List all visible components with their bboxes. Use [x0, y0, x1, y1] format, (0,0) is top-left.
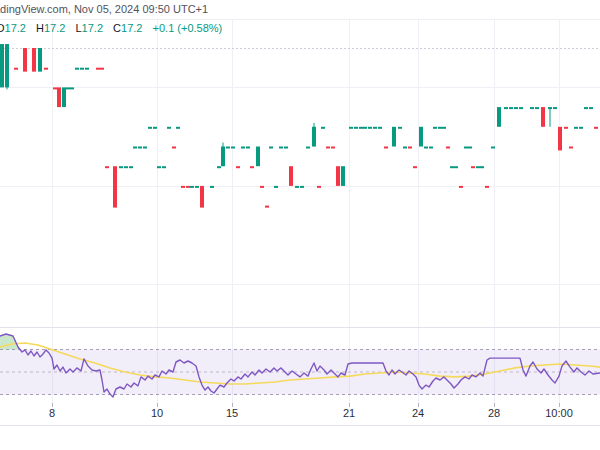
low-pair: L17.2: [75, 22, 103, 34]
candle-body: [341, 166, 345, 186]
candle-body: [413, 166, 417, 168]
grid-lines: [0, 20, 600, 404]
time-axis-label: 10: [151, 407, 163, 419]
candle-body: [464, 147, 468, 149]
candle-body: [584, 107, 588, 109]
candle-body: [231, 147, 235, 149]
candle-body: [363, 127, 367, 129]
candle-body: [186, 186, 190, 188]
candle-body: [181, 186, 185, 188]
time-axis-label: 21: [343, 407, 355, 419]
candle-body: [217, 166, 221, 168]
close-value: 17.2: [121, 22, 142, 34]
candle-wick: [550, 107, 551, 127]
candle-body: [471, 166, 475, 168]
candle-body: [138, 147, 142, 149]
candle-body: [75, 68, 79, 70]
candle-body: [359, 127, 363, 129]
candle-body: [148, 127, 152, 129]
candle-body: [574, 127, 578, 129]
chart-widget: adingView.com, Nov 05, 2024 09:50 UTC+1 …: [0, 0, 600, 450]
candle-body: [589, 107, 593, 109]
time-axis-label: 24: [412, 407, 424, 419]
candle-body: [143, 147, 147, 149]
candle-body: [429, 147, 433, 149]
candle-body: [80, 68, 84, 70]
candle-body: [113, 166, 117, 207]
time-axis-label: 15: [226, 407, 238, 419]
candle-body: [354, 127, 358, 129]
candle-body: [66, 87, 70, 89]
candle-body: [53, 87, 57, 89]
candle-body: [504, 107, 508, 109]
candle-body: [124, 166, 128, 168]
attribution-text: adingView.com, Nov 05, 2024 09:50 UTC+1: [0, 3, 208, 16]
close-pair: C17.2: [113, 22, 142, 34]
candle-body: [14, 68, 18, 70]
candlestick-series: [0, 44, 598, 208]
candle-body: [210, 186, 214, 188]
candle-body: [5, 44, 9, 87]
candle-body: [62, 87, 66, 107]
overbought-fill: [0, 334, 20, 350]
candle-body: [509, 107, 513, 109]
candle-body: [317, 186, 321, 188]
candle-body: [403, 147, 407, 149]
candle-body: [246, 147, 250, 149]
candle-body: [200, 186, 204, 208]
candle-body: [38, 48, 42, 72]
candle-body: [514, 107, 518, 109]
candle-body: [153, 127, 157, 129]
candle-body: [579, 127, 583, 129]
candle-body: [70, 87, 74, 89]
candle-body: [459, 186, 463, 188]
candle-body: [312, 127, 316, 147]
candle-body: [326, 147, 330, 149]
candle-body: [594, 127, 598, 129]
candle-body: [569, 147, 573, 149]
candle-body: [558, 127, 562, 151]
candle-body: [167, 127, 171, 129]
candle-body: [23, 48, 27, 72]
high-value: 17.2: [44, 22, 65, 34]
candle-body: [119, 166, 123, 168]
time-axis[interactable]: 8101521242810:00: [0, 405, 600, 423]
candle-body: [190, 186, 194, 188]
time-axis-label: 8: [49, 407, 55, 419]
candle-body: [392, 127, 396, 147]
open-pair: O17.2: [0, 22, 26, 34]
candle-body: [384, 147, 388, 149]
candle-body: [378, 127, 382, 129]
candle-body: [491, 147, 495, 149]
candle-body: [129, 166, 133, 168]
candle-body: [553, 107, 557, 109]
candle-body: [32, 48, 36, 72]
ohlc-legend: O17.2 H17.2 L17.2 C17.2 +0.1 (+0.58%): [0, 22, 222, 35]
candle-body: [398, 127, 402, 129]
candle-body: [0, 44, 4, 87]
candle-body: [438, 127, 442, 129]
candle-body: [274, 186, 278, 188]
candle-body: [57, 87, 61, 107]
candle-body: [564, 127, 568, 129]
candle-body: [241, 147, 245, 149]
candle-body: [300, 186, 304, 188]
candle-body: [446, 147, 450, 149]
candle-body: [450, 166, 454, 168]
candle-body: [256, 147, 260, 167]
candle-body: [480, 166, 484, 168]
candle-body: [306, 147, 310, 149]
close-label: C: [113, 22, 121, 34]
candle-body: [100, 68, 104, 70]
low-value: 17.2: [82, 22, 103, 34]
candle-body: [331, 147, 335, 149]
time-axis-label: 28: [488, 407, 500, 419]
candle-body: [424, 147, 428, 149]
candle-body: [321, 127, 325, 129]
candle-body: [133, 147, 137, 149]
candle-body: [279, 147, 283, 149]
candle-body: [44, 68, 48, 70]
candle-body: [541, 107, 545, 127]
candle-body: [236, 166, 240, 168]
price-chart[interactable]: [0, 0, 600, 450]
